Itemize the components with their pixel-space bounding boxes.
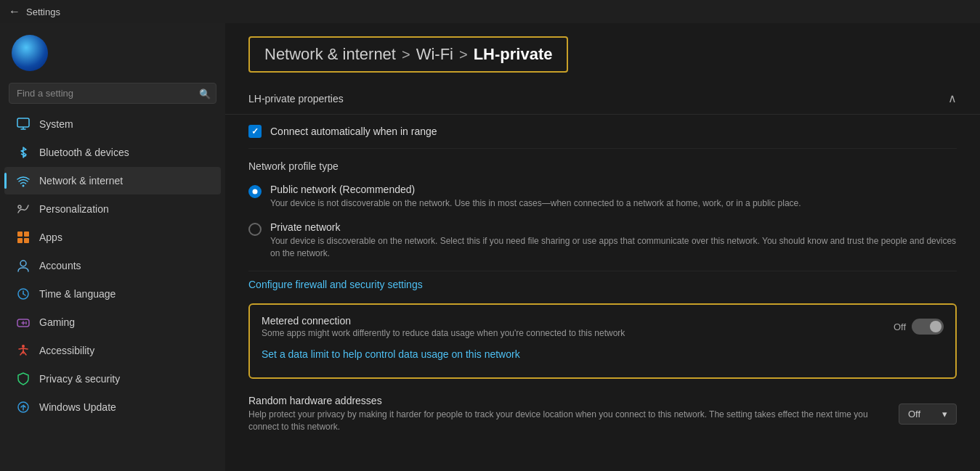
system-icon: [16, 117, 31, 131]
sidebar: 🔍 System: [0, 23, 225, 471]
sidebar-item-personalization[interactable]: Personalization: [4, 195, 221, 223]
svg-line-13: [23, 294, 25, 295]
sidebar-item-apps-label: Apps: [39, 232, 62, 243]
privacy-icon: [16, 372, 31, 386]
sidebar-item-bluetooth-label: Bluetooth & devices: [39, 147, 129, 158]
sidebar-item-system-label: System: [39, 118, 73, 130]
svg-point-4: [23, 185, 25, 187]
avatar[interactable]: [12, 35, 48, 71]
data-limit-link[interactable]: Set a data limit to help control data us…: [262, 341, 520, 367]
svg-rect-9: [24, 238, 29, 243]
sidebar-item-network[interactable]: Network & internet: [4, 167, 221, 194]
svg-rect-8: [17, 238, 23, 243]
metered-text-block: Metered connection Some apps might work …: [262, 315, 625, 338]
search-icon: 🔍: [199, 88, 211, 99]
sidebar-item-system[interactable]: System: [4, 110, 221, 138]
collapse-icon: ∧: [948, 91, 957, 105]
connect-auto-row: Connect automatically when in range: [248, 115, 957, 149]
breadcrumb-segment1[interactable]: Network & internet: [264, 45, 396, 64]
radio-private-desc: Your device is discoverable on the netwo…: [270, 235, 957, 260]
metered-header-row: Metered connection Some apps might work …: [262, 315, 944, 338]
metered-toggle-container: Off: [894, 319, 944, 335]
sidebar-item-privacy[interactable]: Privacy & security: [4, 365, 221, 393]
breadcrumb: Network & internet > Wi-Fi > LH-private: [225, 23, 980, 83]
random-hardware-value: Off: [908, 409, 920, 419]
sidebar-item-update-label: Windows Update: [39, 401, 116, 413]
svg-point-17: [25, 321, 27, 323]
network-profile-label: Network profile type: [248, 149, 957, 178]
title-bar: ← Settings: [0, 0, 980, 23]
radio-private-text: Private network Your device is discovera…: [270, 221, 957, 260]
sidebar-item-privacy-label: Privacy & security: [39, 373, 120, 385]
radio-public-title: Public network (Recommended): [270, 184, 801, 195]
breadcrumb-sep2: >: [459, 46, 468, 63]
breadcrumb-segment2[interactable]: Wi-Fi: [416, 45, 453, 64]
main-layout: 🔍 System: [0, 23, 980, 471]
radio-private-title: Private network: [270, 221, 957, 233]
sidebar-item-accessibility[interactable]: Accessibility: [4, 337, 221, 364]
sidebar-item-time[interactable]: Time & language: [4, 280, 221, 308]
random-hardware-dropdown[interactable]: Off ▾: [899, 404, 957, 425]
back-button[interactable]: ←: [9, 5, 20, 18]
radio-public: Public network (Recommended) Your device…: [248, 184, 957, 210]
update-icon: [16, 400, 31, 414]
svg-point-5: [18, 205, 21, 208]
breadcrumb-current: LH-private: [474, 45, 553, 64]
random-hardware-text: Random hardware addresses Help protect y…: [248, 395, 884, 433]
sidebar-item-accounts[interactable]: Accounts: [4, 252, 221, 279]
accounts-icon: [16, 258, 31, 273]
sidebar-item-bluetooth[interactable]: Bluetooth & devices: [4, 139, 221, 166]
properties-section-header[interactable]: LH-private properties ∧: [225, 83, 980, 115]
random-hardware-desc: Help protect your privacy by making it h…: [248, 409, 884, 433]
breadcrumb-sep1: >: [402, 46, 410, 63]
svg-point-19: [22, 345, 25, 348]
sidebar-item-gaming[interactable]: Gaming: [4, 308, 221, 336]
bluetooth-icon: [16, 145, 31, 160]
gaming-icon: [16, 315, 31, 329]
sidebar-item-personalization-label: Personalization: [39, 203, 109, 215]
sidebar-item-apps[interactable]: Apps: [4, 224, 221, 251]
properties-title: LH-private properties: [248, 93, 344, 105]
sidebar-item-time-label: Time & language: [39, 288, 116, 300]
accessibility-icon: [16, 343, 31, 358]
avatar-section: [0, 23, 225, 80]
sidebar-item-accounts-label: Accounts: [39, 260, 81, 271]
radio-public-text: Public network (Recommended) Your device…: [270, 184, 801, 210]
search-box: 🔍: [9, 83, 216, 104]
svg-rect-0: [17, 118, 29, 127]
content-area: Network & internet > Wi-Fi > LH-private …: [225, 23, 980, 471]
svg-rect-6: [17, 232, 23, 237]
radio-private: Private network Your device is discovera…: [248, 221, 957, 260]
connect-auto-checkbox[interactable]: [248, 125, 262, 138]
apps-icon: [16, 230, 31, 245]
radio-private-input[interactable]: [248, 223, 262, 236]
breadcrumb-outlined: Network & internet > Wi-Fi > LH-private: [248, 36, 568, 73]
dropdown-chevron-icon: ▾: [942, 409, 947, 419]
connect-auto-label: Connect automatically when in range: [270, 126, 437, 137]
svg-point-10: [20, 261, 26, 266]
sidebar-item-update[interactable]: Windows Update: [4, 393, 221, 421]
random-hardware-title: Random hardware addresses: [248, 395, 884, 406]
metered-toggle[interactable]: [912, 319, 944, 335]
svg-rect-7: [24, 232, 29, 237]
network-profile-radio-group: Public network (Recommended) Your device…: [248, 178, 957, 271]
radio-public-desc: Your device is not discoverable on the n…: [270, 197, 801, 210]
sidebar-nav: System Bluetooth & devices: [0, 110, 225, 422]
settings-content: Connect automatically when in range Netw…: [225, 115, 980, 443]
random-hardware-row: Random hardware addresses Help protect y…: [248, 385, 957, 443]
firewall-link[interactable]: Configure firewall and security settings: [248, 271, 423, 298]
metered-connection-box: Metered connection Some apps might work …: [248, 303, 957, 379]
metered-toggle-label: Off: [894, 321, 906, 332]
sidebar-item-accessibility-label: Accessibility: [39, 345, 94, 356]
metered-desc: Some apps might work differently to redu…: [262, 328, 625, 338]
sidebar-item-network-label: Network & internet: [39, 175, 123, 187]
sidebar-item-gaming-label: Gaming: [39, 316, 75, 328]
metered-title: Metered connection: [262, 315, 625, 327]
personalization-icon: [16, 202, 31, 216]
time-icon: [16, 287, 31, 301]
app-title: Settings: [26, 7, 60, 17]
search-input[interactable]: [9, 83, 216, 104]
svg-point-18: [25, 323, 27, 324]
radio-public-input[interactable]: [248, 185, 262, 198]
network-icon: [16, 173, 31, 188]
